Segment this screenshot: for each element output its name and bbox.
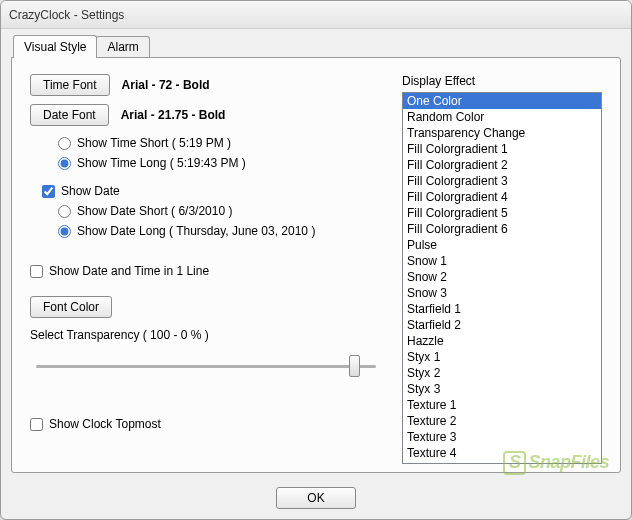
effect-item[interactable]: Random Color bbox=[403, 109, 601, 125]
window-title: CrazyClock - Settings bbox=[9, 8, 124, 22]
check-one-line[interactable]: Show Date and Time in 1 Line bbox=[30, 264, 378, 278]
radio-date-long[interactable]: Show Date Long ( Thursday, June 03, 2010… bbox=[58, 224, 378, 238]
check-one-line-input[interactable] bbox=[30, 265, 43, 278]
effect-item[interactable]: Styx 3 bbox=[403, 381, 601, 397]
effect-item[interactable]: Styx 1 bbox=[403, 349, 601, 365]
radio-time-short[interactable]: Show Time Short ( 5:19 PM ) bbox=[58, 136, 378, 150]
effect-item[interactable]: Snow 2 bbox=[403, 269, 601, 285]
date-font-button[interactable]: Date Font bbox=[30, 104, 109, 126]
effect-item[interactable]: Texture 2 bbox=[403, 413, 601, 429]
transparency-slider[interactable] bbox=[36, 354, 376, 378]
check-one-line-label: Show Date and Time in 1 Line bbox=[49, 264, 209, 278]
effect-item[interactable]: Snow 1 bbox=[403, 253, 601, 269]
title-bar: CrazyClock - Settings bbox=[1, 1, 631, 29]
settings-window: CrazyClock - Settings Visual Style Alarm… bbox=[0, 0, 632, 520]
check-show-date-input[interactable] bbox=[42, 185, 55, 198]
radio-time-short-input[interactable] bbox=[58, 137, 71, 150]
radio-date-short-input[interactable] bbox=[58, 205, 71, 218]
time-format-group: Show Time Short ( 5:19 PM ) Show Time Lo… bbox=[58, 136, 378, 170]
effect-item[interactable]: Starfield 2 bbox=[403, 317, 601, 333]
radio-date-short[interactable]: Show Date Short ( 6/3/2010 ) bbox=[58, 204, 378, 218]
effect-item[interactable]: Fill Colorgradient 4 bbox=[403, 189, 601, 205]
effect-item[interactable]: Texture 3 bbox=[403, 429, 601, 445]
effect-item[interactable]: Styx 2 bbox=[403, 365, 601, 381]
effect-item[interactable]: Fill Colorgradient 2 bbox=[403, 157, 601, 173]
radio-time-long[interactable]: Show Time Long ( 5:19:43 PM ) bbox=[58, 156, 378, 170]
effect-item[interactable]: Starfield 1 bbox=[403, 301, 601, 317]
effect-item[interactable]: Fill Colorgradient 5 bbox=[403, 205, 601, 221]
effect-item[interactable]: Pulse bbox=[403, 237, 601, 253]
tab-row: Visual Style Alarm bbox=[13, 35, 621, 57]
right-column: Display Effect One ColorRandom ColorTran… bbox=[402, 74, 602, 460]
check-show-date-label: Show Date bbox=[61, 184, 120, 198]
display-effect-label: Display Effect bbox=[402, 74, 602, 88]
tab-panel-visual-style: Time Font Arial - 72 - Bold Date Font Ar… bbox=[11, 57, 621, 473]
date-format-group: Show Date Short ( 6/3/2010 ) Show Date L… bbox=[58, 204, 378, 238]
radio-time-short-label: Show Time Short ( 5:19 PM ) bbox=[77, 136, 231, 150]
effect-item[interactable]: Texture 5 bbox=[403, 461, 601, 464]
time-font-label: Arial - 72 - Bold bbox=[122, 78, 210, 92]
effect-item[interactable]: One Color bbox=[403, 93, 601, 109]
radio-date-long-label: Show Date Long ( Thursday, June 03, 2010… bbox=[77, 224, 315, 238]
radio-time-long-label: Show Time Long ( 5:19:43 PM ) bbox=[77, 156, 246, 170]
left-column: Time Font Arial - 72 - Bold Date Font Ar… bbox=[30, 74, 378, 460]
effect-item[interactable]: Snow 3 bbox=[403, 285, 601, 301]
content-area: Visual Style Alarm Time Font Arial - 72 … bbox=[1, 29, 631, 483]
check-show-date[interactable]: Show Date bbox=[42, 184, 378, 198]
time-font-button[interactable]: Time Font bbox=[30, 74, 110, 96]
effect-item[interactable]: Fill Colorgradient 3 bbox=[403, 173, 601, 189]
check-topmost-label: Show Clock Topmost bbox=[49, 417, 161, 431]
effect-item[interactable]: Transparency Change bbox=[403, 125, 601, 141]
tab-alarm[interactable]: Alarm bbox=[96, 36, 149, 57]
radio-time-long-input[interactable] bbox=[58, 157, 71, 170]
effect-item[interactable]: Texture 4 bbox=[403, 445, 601, 461]
ok-button[interactable]: OK bbox=[276, 487, 356, 509]
button-bar: OK bbox=[1, 487, 631, 509]
effect-item[interactable]: Fill Colorgradient 6 bbox=[403, 221, 601, 237]
transparency-label: Select Transparency ( 100 - 0 % ) bbox=[30, 328, 378, 342]
radio-date-short-label: Show Date Short ( 6/3/2010 ) bbox=[77, 204, 232, 218]
check-topmost-input[interactable] bbox=[30, 418, 43, 431]
display-effect-listbox[interactable]: One ColorRandom ColorTransparency Change… bbox=[402, 92, 602, 464]
font-color-button[interactable]: Font Color bbox=[30, 296, 112, 318]
effect-item[interactable]: Fill Colorgradient 1 bbox=[403, 141, 601, 157]
radio-date-long-input[interactable] bbox=[58, 225, 71, 238]
tab-visual-style[interactable]: Visual Style bbox=[13, 35, 97, 58]
effect-item[interactable]: Texture 1 bbox=[403, 397, 601, 413]
date-font-label: Arial - 21.75 - Bold bbox=[121, 108, 226, 122]
effect-item[interactable]: Hazzle bbox=[403, 333, 601, 349]
check-topmost[interactable]: Show Clock Topmost bbox=[30, 417, 378, 431]
